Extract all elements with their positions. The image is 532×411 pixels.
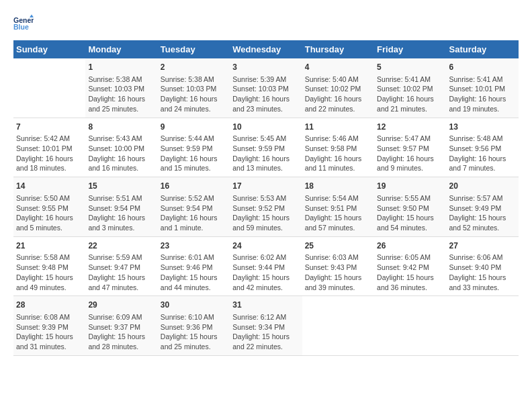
- day-info: Sunrise: 5:51 AM Sunset: 9:54 PM Dayligh…: [88, 193, 154, 233]
- daylight-text: Daylight: 15 hours and 39 minutes.: [305, 273, 362, 291]
- calendar-cell: 18 Sunrise: 5:54 AM Sunset: 9:51 PM Dayl…: [302, 177, 374, 237]
- daylight-text: Daylight: 15 hours and 42 minutes.: [232, 273, 290, 291]
- sunrise-text: Sunrise: 5:53 AM: [232, 194, 286, 202]
- calendar-cell: 26 Sunrise: 6:05 AM Sunset: 9:42 PM Dayl…: [374, 236, 446, 296]
- col-tuesday: Tuesday: [158, 40, 230, 58]
- page-header: General Blue: [13, 13, 519, 34]
- calendar-cell: 23 Sunrise: 6:01 AM Sunset: 9:46 PM Dayl…: [158, 236, 230, 296]
- sunrise-text: Sunrise: 5:42 AM: [16, 134, 70, 142]
- daylight-text: Daylight: 15 hours and 25 minutes.: [161, 332, 218, 351]
- day-number: 8: [88, 122, 154, 133]
- sunset-text: Sunset: 10:00 PM: [88, 144, 144, 152]
- sunrise-text: Sunrise: 5:48 AM: [449, 134, 503, 142]
- daylight-text: Daylight: 16 hours and 24 minutes.: [161, 95, 218, 113]
- day-info: Sunrise: 5:53 AM Sunset: 9:52 PM Dayligh…: [232, 193, 299, 233]
- calendar-cell: 29 Sunrise: 6:09 AM Sunset: 9:37 PM Dayl…: [85, 296, 157, 356]
- day-info: Sunrise: 5:57 AM Sunset: 9:49 PM Dayligh…: [449, 193, 516, 233]
- day-number: 17: [232, 181, 299, 192]
- day-number: 21: [16, 240, 83, 252]
- day-info: Sunrise: 6:05 AM Sunset: 9:42 PM Dayligh…: [377, 253, 443, 292]
- day-number: 28: [16, 300, 83, 311]
- calendar-cell: 27 Sunrise: 6:06 AM Sunset: 9:40 PM Dayl…: [447, 236, 519, 296]
- day-info: Sunrise: 5:50 AM Sunset: 9:55 PM Dayligh…: [16, 193, 83, 233]
- day-info: Sunrise: 6:08 AM Sunset: 9:39 PM Dayligh…: [16, 312, 83, 352]
- daylight-text: Daylight: 16 hours and 25 minutes.: [88, 95, 145, 113]
- calendar-week-row: 1 Sunrise: 5:38 AM Sunset: 10:03 PM Dayl…: [13, 58, 519, 118]
- day-info: Sunrise: 5:40 AM Sunset: 10:02 PM Daylig…: [305, 75, 371, 114]
- sunset-text: Sunset: 9:56 PM: [449, 144, 502, 152]
- sunrise-text: Sunrise: 5:52 AM: [161, 194, 214, 202]
- sunset-text: Sunset: 9:54 PM: [88, 204, 140, 212]
- calendar-cell: 5 Sunrise: 5:41 AM Sunset: 10:02 PM Dayl…: [374, 58, 446, 118]
- calendar-cell: 6 Sunrise: 5:41 AM Sunset: 10:01 PM Dayl…: [447, 58, 519, 118]
- calendar-cell: 25 Sunrise: 6:03 AM Sunset: 9:43 PM Dayl…: [302, 236, 374, 296]
- day-info: Sunrise: 5:54 AM Sunset: 9:51 PM Dayligh…: [305, 193, 371, 233]
- daylight-text: Daylight: 16 hours and 11 minutes.: [305, 154, 362, 173]
- sunrise-text: Sunrise: 6:09 AM: [88, 313, 142, 321]
- sunset-text: Sunset: 10:03 PM: [232, 85, 288, 93]
- daylight-text: Daylight: 15 hours and 22 minutes.: [232, 332, 290, 351]
- daylight-text: Daylight: 15 hours and 36 minutes.: [377, 273, 434, 291]
- day-number: 22: [88, 240, 154, 252]
- daylight-text: Daylight: 16 hours and 13 minutes.: [232, 154, 290, 173]
- sunset-text: Sunset: 10:02 PM: [305, 85, 361, 93]
- sunrise-text: Sunrise: 5:47 AM: [377, 134, 431, 142]
- day-info: Sunrise: 5:44 AM Sunset: 9:59 PM Dayligh…: [161, 134, 227, 173]
- day-info: Sunrise: 5:52 AM Sunset: 9:54 PM Dayligh…: [161, 193, 227, 233]
- calendar-cell: [302, 296, 374, 356]
- calendar-week-row: 14 Sunrise: 5:50 AM Sunset: 9:55 PM Dayl…: [13, 177, 519, 237]
- calendar-cell: 4 Sunrise: 5:40 AM Sunset: 10:02 PM Dayl…: [302, 58, 374, 118]
- day-info: Sunrise: 5:42 AM Sunset: 10:01 PM Daylig…: [16, 134, 83, 173]
- sunset-text: Sunset: 9:36 PM: [161, 323, 213, 331]
- sunrise-text: Sunrise: 5:55 AM: [377, 194, 431, 202]
- col-sunday: Sunday: [13, 40, 85, 58]
- day-info: Sunrise: 5:47 AM Sunset: 9:57 PM Dayligh…: [377, 134, 443, 173]
- calendar-cell: [447, 296, 519, 356]
- calendar-cell: 12 Sunrise: 5:47 AM Sunset: 9:57 PM Dayl…: [374, 118, 446, 177]
- sunrise-text: Sunrise: 5:41 AM: [449, 75, 503, 83]
- sunset-text: Sunset: 9:54 PM: [161, 204, 213, 212]
- daylight-text: Daylight: 16 hours and 23 minutes.: [232, 95, 290, 113]
- calendar-cell: [13, 58, 85, 118]
- daylight-text: Daylight: 15 hours and 33 minutes.: [449, 273, 506, 291]
- daylight-text: Daylight: 16 hours and 18 minutes.: [16, 154, 73, 173]
- sunrise-text: Sunrise: 5:57 AM: [449, 194, 503, 202]
- daylight-text: Daylight: 15 hours and 54 minutes.: [377, 214, 434, 232]
- calendar-cell: 2 Sunrise: 5:38 AM Sunset: 10:03 PM Dayl…: [158, 58, 230, 118]
- day-number: 14: [16, 181, 83, 192]
- sunset-text: Sunset: 9:42 PM: [377, 263, 429, 271]
- daylight-text: Daylight: 15 hours and 31 minutes.: [16, 332, 73, 351]
- day-number: 29: [88, 300, 154, 311]
- sunrise-text: Sunrise: 5:40 AM: [305, 75, 359, 83]
- daylight-text: Daylight: 16 hours and 15 minutes.: [161, 154, 218, 173]
- daylight-text: Daylight: 16 hours and 1 minute.: [161, 214, 218, 232]
- col-saturday: Saturday: [447, 40, 519, 58]
- sunrise-text: Sunrise: 6:02 AM: [232, 253, 286, 261]
- day-info: Sunrise: 5:43 AM Sunset: 10:00 PM Daylig…: [88, 134, 154, 173]
- daylight-text: Daylight: 15 hours and 57 minutes.: [305, 214, 362, 232]
- day-info: Sunrise: 5:59 AM Sunset: 9:47 PM Dayligh…: [88, 253, 154, 292]
- day-info: Sunrise: 6:02 AM Sunset: 9:44 PM Dayligh…: [232, 253, 299, 292]
- sunrise-text: Sunrise: 5:43 AM: [88, 134, 142, 142]
- day-number: 4: [305, 62, 371, 73]
- sunset-text: Sunset: 9:39 PM: [16, 323, 69, 331]
- sunset-text: Sunset: 9:58 PM: [305, 144, 357, 152]
- day-number: 16: [161, 181, 227, 192]
- day-info: Sunrise: 5:38 AM Sunset: 10:03 PM Daylig…: [161, 75, 227, 114]
- sunset-text: Sunset: 9:59 PM: [232, 144, 285, 152]
- day-number: 31: [232, 300, 299, 311]
- daylight-text: Daylight: 16 hours and 19 minutes.: [449, 95, 506, 113]
- calendar-week-row: 21 Sunrise: 5:58 AM Sunset: 9:48 PM Dayl…: [13, 236, 519, 296]
- sunrise-text: Sunrise: 6:03 AM: [305, 253, 359, 261]
- col-wednesday: Wednesday: [230, 40, 302, 58]
- day-info: Sunrise: 5:48 AM Sunset: 9:56 PM Dayligh…: [449, 134, 516, 173]
- sunrise-text: Sunrise: 6:10 AM: [161, 313, 214, 321]
- day-info: Sunrise: 5:38 AM Sunset: 10:03 PM Daylig…: [88, 75, 154, 114]
- sunset-text: Sunset: 9:57 PM: [377, 144, 429, 152]
- day-number: 24: [232, 240, 299, 252]
- sunset-text: Sunset: 9:46 PM: [161, 263, 213, 271]
- day-number: 25: [305, 240, 371, 252]
- calendar-cell: 16 Sunrise: 5:52 AM Sunset: 9:54 PM Dayl…: [158, 177, 230, 237]
- calendar-cell: 13 Sunrise: 5:48 AM Sunset: 9:56 PM Dayl…: [447, 118, 519, 177]
- day-number: 27: [449, 240, 516, 252]
